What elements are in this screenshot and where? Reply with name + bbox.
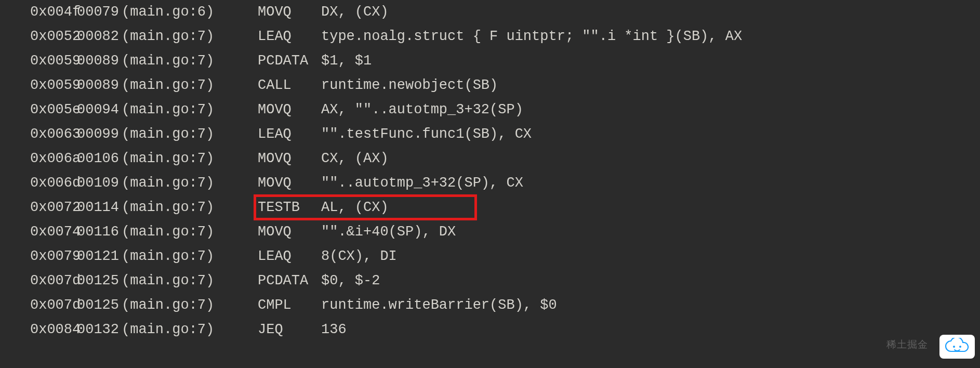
source-ref: (main.go:6) [122, 0, 258, 24]
opcode: CALL [258, 73, 321, 98]
assembly-listing: 0x004f00079(main.go:6)MOVQDX, (CX)0x0052… [0, 0, 980, 368]
asm-line: 0x007d00125(main.go:7)PCDATA$0, $-2 [30, 269, 980, 293]
offset: 00079 [77, 0, 122, 24]
source-ref: (main.go:7) [122, 195, 258, 220]
operands: "".&i+40(SP), DX [321, 220, 456, 244]
addr: 0x0059 [30, 49, 77, 73]
addr: 0x0059 [30, 73, 77, 98]
operands: type.noalg.struct { F uintptr; "".i *int… [321, 24, 742, 49]
asm-line: 0x006a00106(main.go:7)MOVQCX, (AX) [30, 147, 980, 171]
source-ref: (main.go:7) [122, 293, 258, 318]
asm-line: 0x005900089(main.go:7)CALLruntime.newobj… [30, 73, 980, 98]
addr: 0x0052 [30, 24, 77, 49]
operands: runtime.newobject(SB) [321, 73, 498, 98]
operands: ""..autotmp_3+32(SP), CX [321, 171, 523, 195]
addr: 0x005e [30, 98, 77, 122]
asm-line: 0x007900121(main.go:7)LEAQ8(CX), DI [30, 244, 980, 269]
operands: 8(CX), DI [321, 244, 397, 269]
asm-line: 0x007400116(main.go:7)MOVQ"".&i+40(SP), … [30, 220, 980, 244]
operands: "".testFunc.func1(SB), CX [321, 122, 532, 147]
offset: 00125 [77, 269, 122, 293]
addr: 0x007d [30, 293, 77, 318]
addr: 0x004f [30, 0, 77, 24]
opcode: PCDATA [258, 49, 321, 73]
source-ref: (main.go:7) [122, 269, 258, 293]
offset: 00099 [77, 122, 122, 147]
operands: $1, $1 [321, 49, 372, 73]
source-ref: (main.go:7) [122, 147, 258, 171]
addr: 0x0074 [30, 220, 77, 244]
source-ref: (main.go:7) [122, 24, 258, 49]
addr: 0x0084 [30, 318, 77, 342]
operands: runtime.writeBarrier(SB), $0 [321, 293, 557, 318]
opcode: MOVQ [258, 147, 321, 171]
offset: 00125 [77, 293, 122, 318]
watermark-juejin: 稀土掘金 [886, 338, 928, 351]
offset: 00121 [77, 244, 122, 269]
operands: CX, (AX) [321, 147, 389, 171]
asm-line: 0x004f00079(main.go:6)MOVQDX, (CX) [30, 0, 980, 24]
operands: 136 [321, 318, 347, 342]
source-ref: (main.go:7) [122, 318, 258, 342]
offset: 00089 [77, 73, 122, 98]
asm-line: 0x007d00125(main.go:7)CMPLruntime.writeB… [30, 293, 980, 318]
opcode: MOVQ [258, 220, 321, 244]
offset: 00116 [77, 220, 122, 244]
svg-point-1 [959, 346, 961, 348]
opcode: CMPL [258, 293, 321, 318]
asm-line: 0x006300099(main.go:7)LEAQ"".testFunc.fu… [30, 122, 980, 147]
offset: 00132 [77, 318, 122, 342]
offset: 00114 [77, 195, 122, 220]
offset: 00089 [77, 49, 122, 73]
source-ref: (main.go:7) [122, 73, 258, 98]
source-ref: (main.go:7) [122, 49, 258, 73]
watermark-yisuyun-logo [939, 335, 975, 359]
opcode: TESTB [258, 195, 321, 220]
asm-line: 0x008400132(main.go:7)JEQ136 [30, 318, 980, 342]
addr: 0x0072 [30, 195, 77, 220]
asm-line: 0x005900089(main.go:7)PCDATA$1, $1 [30, 49, 980, 73]
addr: 0x006a [30, 147, 77, 171]
svg-point-0 [953, 346, 955, 348]
operands: AL, (CX) [321, 195, 389, 220]
offset: 00109 [77, 171, 122, 195]
opcode: PCDATA [258, 269, 321, 293]
addr: 0x007d [30, 269, 77, 293]
operands: $0, $-2 [321, 269, 380, 293]
opcode: LEAQ [258, 24, 321, 49]
operands: DX, (CX) [321, 0, 389, 24]
offset: 00094 [77, 98, 122, 122]
opcode: LEAQ [258, 244, 321, 269]
asm-line: 0x005200082(main.go:7)LEAQtype.noalg.str… [30, 24, 980, 49]
operands: AX, ""..autotmp_3+32(SP) [321, 98, 523, 122]
source-ref: (main.go:7) [122, 98, 258, 122]
opcode: JEQ [258, 318, 321, 342]
addr: 0x0063 [30, 122, 77, 147]
asm-line: 0x005e00094(main.go:7)MOVQAX, ""..autotm… [30, 98, 980, 122]
offset: 00106 [77, 147, 122, 171]
opcode: MOVQ [258, 171, 321, 195]
source-ref: (main.go:7) [122, 171, 258, 195]
opcode: MOVQ [258, 98, 321, 122]
source-ref: (main.go:7) [122, 122, 258, 147]
addr: 0x0079 [30, 244, 77, 269]
addr: 0x006d [30, 171, 77, 195]
offset: 00082 [77, 24, 122, 49]
cloud-icon [943, 338, 971, 356]
asm-line: 0x006d00109(main.go:7)MOVQ""..autotmp_3+… [30, 171, 980, 195]
opcode: MOVQ [258, 0, 321, 24]
source-ref: (main.go:7) [122, 220, 258, 244]
source-ref: (main.go:7) [122, 244, 258, 269]
opcode: LEAQ [258, 122, 321, 147]
asm-line: 0x007200114(main.go:7)TESTBAL, (CX) [30, 195, 980, 220]
